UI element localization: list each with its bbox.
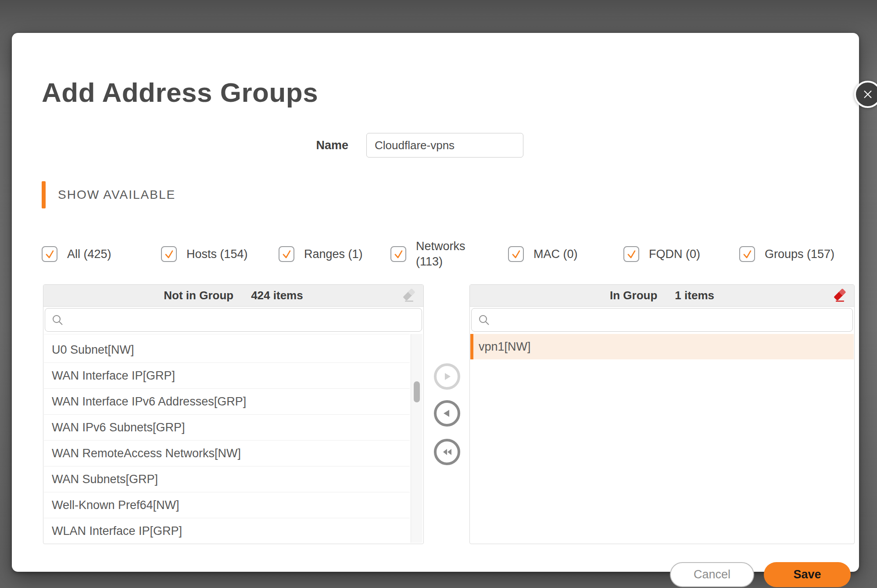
arrow-left-icon — [442, 408, 452, 419]
list-item[interactable]: WAN Interface IPv6 Addresses[GRP] — [44, 389, 410, 415]
list-item-label: U0 Subnet[NW] — [52, 343, 134, 357]
checkbox-checked-icon[interactable] — [279, 246, 294, 262]
list-item[interactable]: WAN RemoteAccess Networks[NW] — [44, 441, 410, 466]
screen: Add Address Groups Name SHOW AVAILABLE A… — [0, 0, 877, 588]
list-item[interactable]: WAN Subnets[GRP] — [44, 466, 410, 492]
in-group-header: In Group 1 items — [470, 285, 854, 307]
name-label: Name — [293, 139, 366, 152]
section-title: SHOW AVAILABLE — [58, 188, 175, 202]
scrollbar-thumb[interactable] — [414, 381, 420, 402]
close-icon — [862, 89, 873, 100]
dialog-title: Add Address Groups — [42, 77, 318, 108]
close-button[interactable] — [854, 81, 877, 108]
name-field-row: Name — [293, 133, 523, 158]
list-item-label: WAN IPv6 Subnets[GRP] — [52, 421, 185, 434]
checkbox-checked-icon[interactable] — [161, 246, 177, 262]
filter-checkbox-item[interactable]: Ranges (1) — [279, 246, 390, 262]
in-group-panel: In Group 1 items — [469, 284, 855, 544]
filter-checkbox-item[interactable]: All (425) — [42, 246, 161, 262]
filter-label: MAC (0) — [533, 247, 578, 262]
filter-checkbox-item[interactable]: FQDN (0) — [623, 246, 739, 262]
list-item-label: WAN Interface IP[GRP] — [52, 369, 175, 383]
search-box — [471, 308, 853, 332]
filter-checkbox-item[interactable]: MAC (0) — [508, 246, 623, 262]
list-item[interactable]: U0 Subnet[NW] — [44, 337, 410, 363]
search-input[interactable] — [69, 308, 422, 331]
checkbox-checked-icon[interactable] — [508, 246, 524, 262]
list-item-label: WAN Interface IPv6 Addresses[GRP] — [52, 395, 246, 409]
filter-checkbox-item[interactable]: Groups (157) — [739, 246, 834, 262]
list-item-label: WAN RemoteAccess Networks[NW] — [52, 447, 241, 460]
in-group-list: vpn1[NW] — [470, 334, 854, 543]
search-icon — [51, 314, 64, 326]
list-item-label: WAN Subnets[GRP] — [52, 473, 158, 486]
filter-label: Hosts (154) — [186, 247, 248, 262]
filter-label: Ranges (1) — [304, 247, 363, 262]
checkbox-checked-icon[interactable] — [42, 246, 57, 262]
filter-label: Networks (113) — [416, 239, 473, 269]
section-accent-bar — [42, 181, 46, 208]
list-item[interactable]: vpn1[NW] — [470, 334, 854, 359]
scrollbar-track[interactable] — [411, 334, 422, 543]
checkbox-checked-icon[interactable] — [739, 246, 755, 262]
panel-title: Not in Group — [164, 289, 233, 302]
save-button[interactable]: Save — [764, 562, 851, 587]
list-item-label: vpn1[NW] — [479, 340, 531, 354]
move-all-left-button[interactable] — [434, 439, 460, 465]
filter-label: Groups (157) — [765, 247, 834, 262]
list-item[interactable]: WLAN Interface IP[GRP] — [44, 518, 410, 543]
list-item[interactable]: WAN Interface IP[GRP] — [44, 363, 410, 389]
not-in-group-header: Not in Group 424 items — [43, 285, 423, 307]
list-item[interactable]: WAN IPv6 Subnets[GRP] — [44, 415, 410, 441]
filter-checkbox-item[interactable]: Networks (113) — [390, 239, 508, 269]
add-address-groups-dialog: Add Address Groups Name SHOW AVAILABLE A… — [12, 33, 859, 572]
double-arrow-left-icon — [441, 447, 453, 457]
name-input[interactable] — [366, 133, 523, 158]
arrow-right-icon — [442, 371, 452, 382]
list-item[interactable]: Well-Known Pref64[NW] — [44, 492, 410, 518]
search-input[interactable] — [495, 308, 852, 331]
move-left-button[interactable] — [434, 400, 460, 427]
search-box — [45, 308, 422, 332]
panel-item-count: 1 items — [675, 289, 714, 302]
eraser-icon[interactable] — [832, 289, 847, 303]
checkbox-checked-icon[interactable] — [623, 246, 639, 262]
panel-item-count: 424 items — [251, 289, 303, 302]
panel-title: In Group — [610, 289, 657, 302]
search-icon — [478, 314, 490, 326]
list-item-label: WLAN Interface IP[GRP] — [52, 524, 182, 538]
eraser-icon[interactable] — [401, 289, 416, 303]
filter-label: FQDN (0) — [649, 247, 700, 262]
filter-checkbox-item[interactable]: Hosts (154) — [161, 246, 279, 262]
cancel-button[interactable]: Cancel — [670, 562, 754, 587]
filter-row: All (425) Hosts (154) Ranges (1) — [42, 235, 841, 273]
move-right-button[interactable] — [434, 363, 460, 390]
not-in-group-panel: Not in Group 424 items — [43, 284, 424, 544]
not-in-group-list: U0 Subnet[NW] WAN Interface IP[GRP] WAN … — [44, 334, 410, 543]
list-item-label: Well-Known Pref64[NW] — [52, 498, 179, 512]
checkbox-checked-icon[interactable] — [390, 246, 406, 262]
show-available-section: SHOW AVAILABLE — [42, 181, 175, 208]
filter-label: All (425) — [67, 247, 111, 262]
